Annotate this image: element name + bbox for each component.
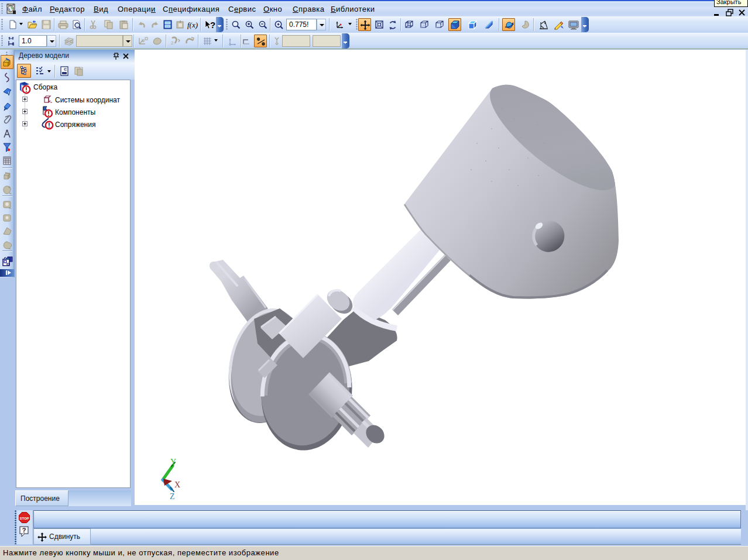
svg-text:2.: 2. [171, 40, 175, 46]
svg-text:!: ! [25, 87, 27, 93]
svg-text:f(x): f(x) [187, 20, 198, 29]
svg-text:Y: Y [170, 458, 176, 466]
svg-text:Z: Z [170, 492, 175, 501]
svg-text:!: ! [47, 111, 49, 117]
svg-text:STOP: STOP [19, 517, 29, 520]
svg-text:?: ? [22, 527, 26, 534]
svg-text:?: ? [210, 20, 215, 30]
svg-text:!: ! [48, 122, 50, 129]
svg-text:X: X [174, 480, 180, 489]
